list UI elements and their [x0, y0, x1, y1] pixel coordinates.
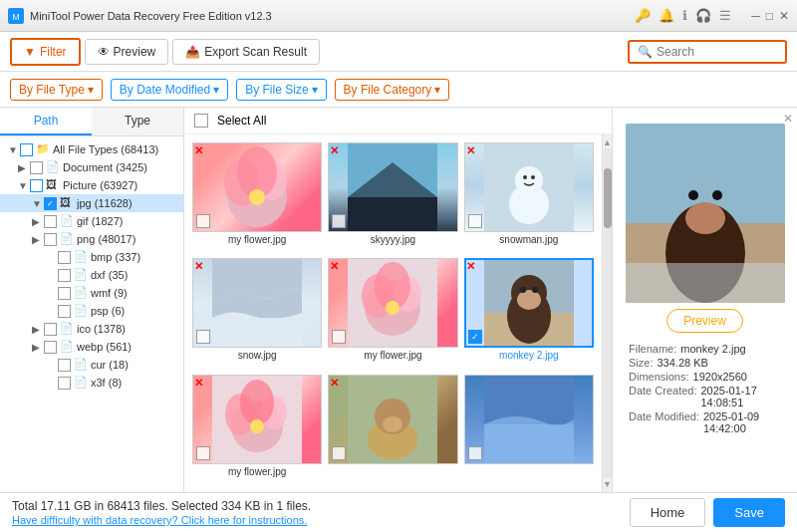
file-thumbnail-4	[328, 258, 457, 348]
tree-toggle[interactable]: ▶	[32, 234, 44, 245]
chevron-down-icon: ▾	[88, 83, 94, 97]
help-link[interactable]: Have difficulty with data recovery? Clic…	[12, 514, 622, 526]
tree-toggle[interactable]: ▶	[18, 162, 30, 173]
search-icon: 🔍	[638, 45, 653, 59]
home-button[interactable]: Home	[630, 498, 706, 527]
filterbar: By File Type ▾ By Date Modified ▾ By Fil…	[0, 72, 797, 108]
scroll-track[interactable]	[604, 148, 612, 478]
file-tree: ▼ 📁 All File Types (68413) ▶ 📄 Document …	[0, 136, 183, 492]
tree-checkbox[interactable]	[58, 377, 71, 390]
preview-button[interactable]: 👁 Preview	[85, 39, 169, 65]
file-thumbnail-6	[192, 375, 322, 464]
tree-toggle[interactable]: ▼	[32, 198, 44, 209]
filter-by-file-size[interactable]: By File Size ▾	[236, 79, 326, 101]
file-cell-6[interactable]: ✕ my flower.jpg	[192, 375, 322, 484]
tree-item-png[interactable]: ▶ 📄 png (48017)	[0, 230, 183, 248]
tree-checkbox[interactable]	[44, 215, 57, 228]
save-button[interactable]: Save	[713, 498, 785, 527]
tree-item-gif[interactable]: ▶ 📄 gif (1827)	[0, 212, 183, 230]
tree-checkbox[interactable]	[44, 323, 57, 336]
tab-path[interactable]: Path	[0, 108, 92, 135]
file-cell-7[interactable]: ✕	[328, 375, 457, 484]
file-cell-1[interactable]: ✕ skyyyy.jpg	[328, 142, 457, 252]
cur-icon: 📄	[74, 358, 88, 372]
tree-item-ico[interactable]: ▶ 📄 ico (1378)	[0, 320, 183, 338]
close-button[interactable]: ✕	[779, 9, 789, 23]
tree-item-x3f[interactable]: 📄 x3f (8)	[0, 374, 183, 392]
tree-checkbox[interactable]	[58, 251, 71, 264]
tree-toggle[interactable]: ▶	[32, 324, 44, 335]
headphones-icon[interactable]: 🎧	[695, 8, 711, 23]
tree-item-picture[interactable]: ▼ 🖼 Picture (63927)	[0, 176, 183, 194]
scroll-thumb[interactable]	[604, 168, 612, 228]
file-checkbox-5[interactable]: ✓	[468, 330, 482, 344]
menu-icon[interactable]: ☰	[719, 8, 731, 23]
file-checkbox-7[interactable]	[332, 446, 346, 460]
tree-checkbox[interactable]	[44, 341, 57, 354]
tree-toggle[interactable]: ▼	[8, 144, 20, 155]
tree-checkbox[interactable]	[58, 305, 71, 318]
select-all-bar: Select All	[184, 108, 612, 134]
file-checkbox-4[interactable]	[332, 330, 346, 344]
svg-point-27	[517, 290, 541, 310]
tab-type[interactable]: Type	[92, 108, 183, 135]
tree-checkbox[interactable]	[58, 287, 71, 300]
preview-close-button[interactable]: ✕	[783, 112, 793, 126]
select-all-checkbox[interactable]	[194, 114, 208, 128]
file-checkbox-0[interactable]	[196, 214, 210, 228]
file-cell-5[interactable]: ✕ ✓ monkey 2.jpg	[464, 258, 594, 368]
maximize-button[interactable]: □	[766, 9, 773, 23]
tree-checkbox[interactable]	[30, 161, 43, 174]
filter-by-file-type[interactable]: By File Type ▾	[10, 79, 103, 101]
tree-toggle[interactable]: ▶	[32, 342, 44, 353]
tree-item-wmf[interactable]: 📄 wmf (9)	[0, 284, 183, 302]
search-box[interactable]: 🔍	[628, 40, 787, 64]
size-value: 334.28 KB	[657, 357, 707, 369]
info-icon[interactable]: ℹ	[682, 8, 687, 23]
tree-item-webp[interactable]: ▶ 📄 webp (561)	[0, 338, 183, 356]
tree-checkbox[interactable]	[58, 359, 71, 372]
chevron-down-icon: ▾	[434, 83, 440, 97]
tree-item-psp[interactable]: 📄 psp (6)	[0, 302, 183, 320]
dimensions-label: Dimensions:	[629, 371, 689, 383]
app-title: MiniTool Power Data Recovery Free Editio…	[30, 10, 635, 22]
tree-checkbox[interactable]	[30, 179, 43, 192]
tree-item-all-files[interactable]: ▼ 📁 All File Types (68413)	[0, 140, 183, 158]
tree-toggle[interactable]: ▶	[32, 216, 44, 227]
file-checkbox-3[interactable]	[196, 330, 210, 344]
tree-toggle[interactable]: ▼	[18, 180, 30, 191]
file-cell-8[interactable]	[464, 375, 594, 484]
tree-checkbox[interactable]	[58, 269, 71, 282]
tree-item-cur[interactable]: 📄 cur (18)	[0, 356, 183, 374]
file-cell-3[interactable]: ✕ snow.jpg	[192, 258, 322, 368]
main-content: Path Type ▼ 📁 All File Types (68413) ▶ 📄…	[0, 108, 797, 492]
file-checkbox-1[interactable]	[332, 214, 346, 228]
tree-item-document[interactable]: ▶ 📄 Document (3425)	[0, 158, 183, 176]
export-button[interactable]: 📤 Export Scan Result	[172, 39, 320, 65]
svg-rect-49	[626, 263, 785, 303]
file-checkbox-2[interactable]	[468, 214, 482, 228]
date-created-value: 2025-01-17 14:08:51	[700, 385, 781, 408]
chevron-down-icon: ▾	[312, 83, 318, 97]
tree-item-bmp[interactable]: 📄 bmp (337)	[0, 248, 183, 266]
file-cell-4[interactable]: ✕ my flower.jpg	[328, 258, 457, 368]
tree-checkbox[interactable]	[20, 143, 33, 156]
svg-point-29	[532, 287, 538, 293]
file-checkbox-8[interactable]	[468, 446, 482, 460]
tree-item-jpg[interactable]: ▼ ✓ 🖼 jpg (11628)	[0, 194, 183, 212]
filter-by-file-category[interactable]: By File Category ▾	[335, 79, 450, 101]
minimize-button[interactable]: ─	[751, 9, 760, 23]
file-cell-0[interactable]: ✕ my flower.jpg	[192, 142, 322, 252]
key-icon[interactable]: 🔑	[635, 8, 651, 23]
filter-by-date-modified[interactable]: By Date Modified ▾	[111, 79, 228, 101]
tree-checkbox[interactable]: ✓	[44, 197, 57, 210]
tree-item-dxf[interactable]: 📄 dxf (35)	[0, 266, 183, 284]
filter-button[interactable]: ▼ Filter	[10, 38, 81, 66]
tree-checkbox[interactable]	[44, 233, 57, 246]
preview-large-button[interactable]: Preview	[666, 309, 743, 333]
file-cell-2[interactable]: ✕ snowman.jpg	[464, 142, 594, 252]
scrollbar[interactable]: ▲ ▼	[602, 134, 612, 492]
search-input[interactable]	[657, 45, 776, 59]
file-checkbox-6[interactable]	[196, 446, 210, 460]
bell-icon[interactable]: 🔔	[659, 8, 674, 23]
